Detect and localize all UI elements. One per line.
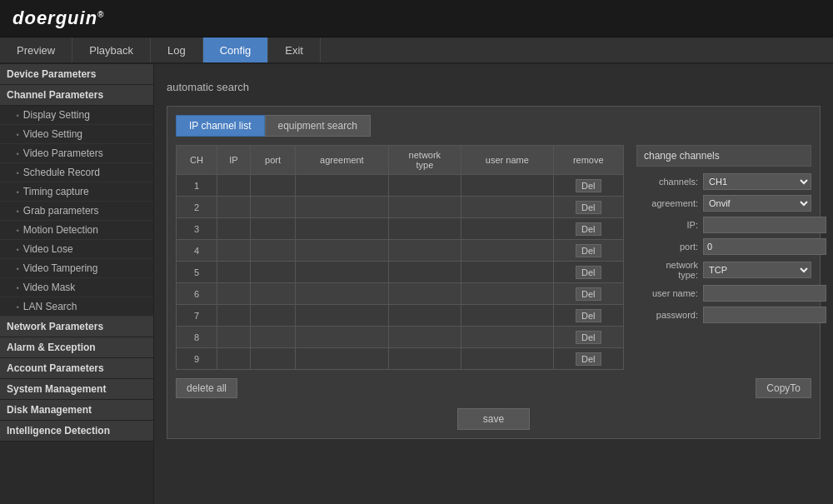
cell-del[interactable]: Del (553, 218, 623, 240)
col-ip: IP (217, 146, 251, 175)
table-row: 1Del (177, 175, 624, 197)
sidebar-item-display-setting[interactable]: Display Setting (0, 106, 153, 125)
save-button[interactable]: save (457, 408, 530, 430)
sidebar-item-grab-parameters[interactable]: Grab parameters (0, 202, 153, 221)
col-agreement: agreement (296, 146, 388, 175)
cell-network-type (388, 197, 461, 218)
cell-port (250, 262, 295, 283)
del-button[interactable]: Del (576, 222, 601, 236)
del-button[interactable]: Del (576, 266, 601, 279)
nav-log[interactable]: Log (151, 37, 203, 62)
cell-username (461, 240, 553, 262)
del-button[interactable]: Del (576, 179, 601, 192)
header: doerguin® (0, 0, 833, 37)
sidebar-item-video-setting[interactable]: Video Setting (0, 125, 153, 144)
input-ip[interactable] (703, 217, 826, 233)
input-password[interactable] (703, 307, 826, 323)
cell-del[interactable]: Del (553, 348, 623, 370)
del-button[interactable]: Del (576, 309, 601, 322)
nav-playback[interactable]: Playback (72, 37, 151, 62)
cell-network-type (388, 240, 461, 262)
del-button[interactable]: Del (576, 201, 601, 214)
sidebar-section-device-parameters[interactable]: Device Parameters (0, 64, 153, 85)
select-network-type[interactable]: TCPUDP (703, 262, 811, 278)
input-username[interactable] (703, 285, 826, 302)
ip-channel-table: CH IP port agreement networktype user na… (176, 145, 624, 370)
col-ch: CH (177, 146, 217, 175)
cell-del[interactable]: Del (553, 327, 623, 348)
cell-ch: 9 (177, 348, 217, 370)
cell-network-type (388, 283, 461, 305)
cell-del[interactable]: Del (553, 175, 623, 197)
save-bar: save (176, 408, 811, 430)
cell-ip (217, 218, 251, 240)
sidebar-item-video-tampering[interactable]: Video Tampering (0, 259, 153, 278)
cell-del[interactable]: Del (553, 197, 623, 218)
cell-agreement (296, 305, 388, 327)
cell-port (250, 175, 295, 197)
form-row-channels: channels: CH1CH2CH3 CH4CH5CH6 CH7CH8CH9 (636, 173, 811, 190)
cell-agreement (296, 327, 388, 348)
sidebar-item-video-parameters[interactable]: Video Parameters (0, 144, 153, 163)
cell-port (250, 348, 295, 370)
sidebar-item-video-lose[interactable]: Video Lose (0, 240, 153, 259)
table-panel: CH IP port agreement networktype user na… (176, 145, 811, 370)
label-agreement: agreement: (636, 198, 703, 208)
del-button[interactable]: Del (576, 244, 601, 257)
form-row-password: password: (636, 307, 811, 323)
bottom-bar: delete all CopyTo (176, 378, 811, 398)
cell-agreement (296, 262, 388, 283)
cell-ip (217, 175, 251, 197)
col-user-name: user name (461, 146, 553, 175)
table-row: 9Del (177, 348, 624, 370)
cell-agreement (296, 197, 388, 218)
cell-port (250, 218, 295, 240)
nav-preview[interactable]: Preview (0, 37, 72, 62)
del-button[interactable]: Del (576, 287, 601, 301)
nav-config[interactable]: Config (203, 37, 269, 62)
cell-username (461, 262, 553, 283)
cell-del[interactable]: Del (553, 262, 623, 283)
sidebar-item-lan-search[interactable]: LAN Search (0, 297, 153, 317)
sidebar-item-schedule-record[interactable]: Schedule Record (0, 163, 153, 182)
copy-to-button[interactable]: CopyTo (756, 378, 811, 398)
table-row: 8Del (177, 327, 624, 348)
cell-port (250, 197, 295, 218)
cell-del[interactable]: Del (553, 240, 623, 262)
sidebar-section-system-management[interactable]: System Management (0, 379, 153, 400)
col-port: port (250, 146, 295, 175)
change-channels-panel: change channels channels: CH1CH2CH3 CH4C… (636, 145, 811, 370)
del-button[interactable]: Del (576, 331, 601, 344)
sidebar-section-alarm-exception[interactable]: Alarm & Exception (0, 337, 153, 358)
select-channels[interactable]: CH1CH2CH3 CH4CH5CH6 CH7CH8CH9 (703, 173, 811, 190)
delete-all-button[interactable]: delete all (176, 378, 237, 398)
form-row-port: port: (636, 238, 811, 255)
main-layout: Device Parameters Channel Parameters Dis… (0, 64, 833, 504)
cell-ch: 3 (177, 218, 217, 240)
cell-del[interactable]: Del (553, 283, 623, 305)
cell-del[interactable]: Del (553, 305, 623, 327)
cell-ip (217, 305, 251, 327)
del-button[interactable]: Del (576, 352, 601, 366)
cell-ch: 4 (177, 240, 217, 262)
form-row-username: user name: (636, 285, 811, 302)
sidebar-item-timing-capture[interactable]: Timing capture (0, 182, 153, 202)
sidebar-section-disk-management[interactable]: Disk Management (0, 400, 153, 421)
cell-username (461, 327, 553, 348)
sidebar-section-intelligence-detection[interactable]: Intelligence Detection (0, 421, 153, 442)
cell-network-type (388, 262, 461, 283)
cell-agreement (296, 283, 388, 305)
cell-network-type (388, 348, 461, 370)
sidebar-item-motion-detection[interactable]: Motion Detection (0, 221, 153, 240)
nav-exit[interactable]: Exit (268, 37, 321, 62)
change-panel-title: change channels (636, 145, 811, 167)
sidebar-section-account-parameters[interactable]: Account Parameters (0, 358, 153, 379)
input-port[interactable] (703, 238, 826, 255)
tab-equipment-search[interactable]: equipment search (265, 115, 371, 137)
sidebar-section-channel-parameters[interactable]: Channel Parameters (0, 85, 153, 106)
label-port: port: (636, 242, 703, 252)
tab-ip-channel-list[interactable]: IP channel list (176, 115, 265, 137)
select-agreement[interactable]: OnvifRTSPHIKDahua (703, 195, 811, 212)
sidebar-item-video-mask[interactable]: Video Mask (0, 278, 153, 297)
sidebar-section-network-parameters[interactable]: Network Parameters (0, 317, 153, 337)
